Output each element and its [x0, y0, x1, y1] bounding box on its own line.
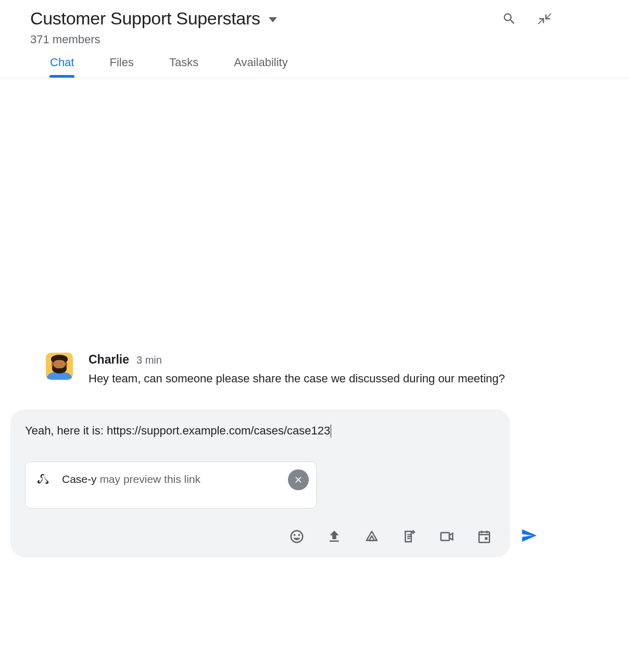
svg-rect-2: [485, 537, 487, 540]
calendar-icon[interactable]: [476, 528, 493, 545]
message-composer[interactable]: Yeah, here it is: https://support.exampl…: [10, 409, 510, 557]
tab-files[interactable]: Files: [109, 56, 133, 78]
space-title: Customer Support Superstars: [30, 8, 260, 29]
composer-toolbar: [25, 528, 493, 545]
drive-icon[interactable]: [363, 528, 380, 545]
composer-input[interactable]: Yeah, here it is: https://support.exampl…: [25, 424, 496, 438]
tab-availability[interactable]: Availability: [234, 56, 288, 78]
title-actions: [502, 11, 552, 26]
text-cursor: [331, 425, 331, 438]
chat-area: Charlie 3 min Hey team, can someone plea…: [0, 78, 629, 662]
message-body: Charlie 3 min Hey team, can someone plea…: [89, 353, 599, 388]
tabs: Chat Files Tasks Availability: [0, 56, 629, 78]
title-row: Customer Support Superstars: [30, 8, 614, 29]
avatar[interactable]: [46, 353, 73, 380]
close-icon[interactable]: [288, 469, 309, 490]
create-doc-icon[interactable]: [401, 528, 418, 545]
message-text: Hey team, can someone please share the c…: [89, 370, 515, 388]
emoji-icon[interactable]: [288, 528, 305, 545]
link-preview-chip: Case-y may preview this link: [25, 462, 317, 508]
tab-chat[interactable]: Chat: [50, 56, 74, 78]
preview-suffix: may preview this link: [99, 473, 200, 485]
svg-rect-1: [479, 532, 489, 542]
tab-tasks[interactable]: Tasks: [169, 56, 198, 78]
link-preview-text: Case-y may preview this link: [62, 473, 200, 486]
chat-header: Customer Support Superstars 371 members …: [0, 0, 629, 78]
message-time: 3 min: [136, 354, 162, 366]
svg-rect-0: [441, 533, 449, 541]
video-meet-icon[interactable]: [438, 528, 455, 545]
message: Charlie 3 min Hey team, can someone plea…: [46, 353, 599, 388]
member-count: 371 members: [30, 33, 614, 46]
send-button[interactable]: [521, 527, 537, 546]
chevron-down-icon[interactable]: [269, 17, 277, 22]
composer-text-value: Yeah, here it is: https://support.exampl…: [25, 424, 330, 438]
upload-icon[interactable]: [326, 528, 343, 545]
preview-app-name: Case-y: [62, 473, 97, 485]
title-left[interactable]: Customer Support Superstars: [30, 8, 277, 29]
spacer: [46, 91, 599, 353]
message-author: Charlie: [89, 353, 129, 367]
message-header: Charlie 3 min: [89, 353, 599, 367]
collapse-icon[interactable]: [537, 11, 552, 26]
search-icon[interactable]: [502, 11, 517, 26]
webhook-icon: [37, 471, 51, 487]
